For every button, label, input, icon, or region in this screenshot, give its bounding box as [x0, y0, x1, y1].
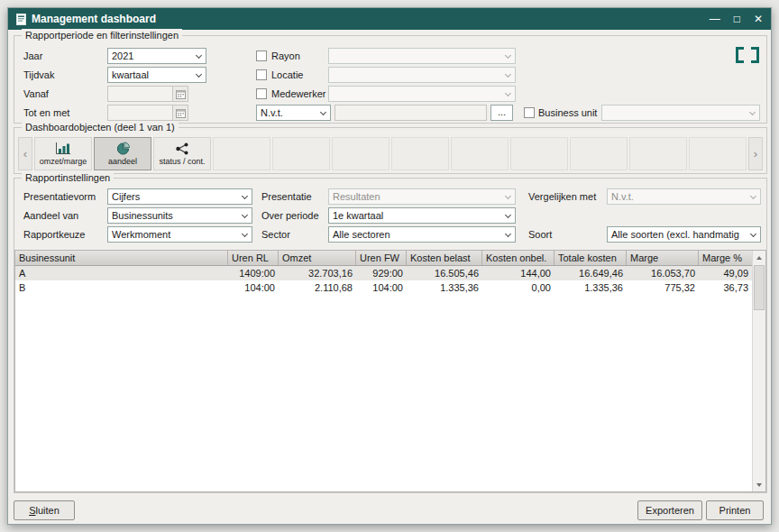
- network-icon: [175, 142, 189, 155]
- scroll-up-button[interactable]: [753, 251, 765, 264]
- table-cell: 144,00: [482, 266, 554, 280]
- column-header-omzet[interactable]: Omzet: [279, 251, 356, 265]
- column-header-kosten-belast[interactable]: Kosten belast: [407, 251, 482, 265]
- chevron-down-icon: [320, 109, 326, 115]
- sector-select[interactable]: Alle sectoren: [328, 226, 516, 243]
- maximize-button[interactable]: □: [734, 14, 740, 24]
- tijdvak-select[interactable]: kwartaal: [107, 67, 206, 83]
- aandeel-van-select[interactable]: Businessunits: [107, 207, 252, 224]
- table-cell: 16.053,70: [627, 266, 699, 280]
- exporteren-button[interactable]: Exporteren: [637, 500, 702, 520]
- rapportkeuze-label: Rapportkeuze: [23, 226, 86, 243]
- dialog-window: Management dashboard — □ ✕ Rapportperiod…: [7, 7, 772, 525]
- presentatievorm-select[interactable]: Cijfers: [107, 188, 252, 205]
- dashboard-slot-empty: [332, 137, 390, 170]
- titlebar: Management dashboard — □ ✕: [8, 8, 771, 30]
- dashboard-slot-empty: [570, 137, 628, 170]
- dashboard-slot-empty: [391, 137, 449, 170]
- vanaf-calendar-button: [172, 86, 188, 102]
- table-cell: 1.335,36: [554, 280, 627, 295]
- table-row[interactable]: A 1409:00 32.703,16 929:00 16.505,46 144…: [15, 266, 752, 280]
- bar-chart-icon: [55, 142, 71, 155]
- vergelijken-met-value: N.v.t.: [611, 191, 634, 202]
- column-header-uren-rl[interactable]: Uren RL: [228, 251, 279, 265]
- results-table: Businessunit Uren RL Omzet Uren FW Koste…: [14, 250, 766, 492]
- rayon-label: Rayon: [271, 48, 300, 64]
- vergelijken-met-label: Vergelijken met: [528, 188, 596, 205]
- table-cell: 929:00: [356, 266, 407, 280]
- locatie-label: Locatie: [271, 67, 303, 83]
- dashboard-tab-label: omzet/marge: [40, 157, 87, 166]
- chevron-down-icon: [750, 193, 756, 199]
- table-cell: 16.649,46: [554, 266, 627, 280]
- presentatie-label: Presentatie: [261, 188, 312, 205]
- tot-en-met-calendar-button: [172, 105, 188, 121]
- table-cell: 0,00: [482, 280, 554, 295]
- soort-label: Soort: [528, 226, 552, 243]
- locatie-checkbox[interactable]: [256, 69, 267, 80]
- dashboard-next-button[interactable]: ›: [748, 137, 763, 170]
- medewerker-checkbox[interactable]: [256, 88, 267, 99]
- nvt-select[interactable]: N.v.t.: [256, 105, 331, 121]
- filter-section: Rapportperiode en filterinstellingen Jaa…: [14, 35, 767, 124]
- dashboard-tab-status-cont[interactable]: status / cont.: [153, 137, 211, 170]
- jaar-select[interactable]: 2021: [107, 48, 206, 64]
- settings-section-legend: Rapportinstellingen: [22, 171, 114, 185]
- column-header-businessunit[interactable]: Businessunit: [15, 251, 228, 265]
- over-periode-value: 1e kwartaal: [333, 210, 383, 221]
- table-cell: 16.505,46: [407, 266, 482, 280]
- chevron-down-icon: [505, 52, 511, 59]
- chevron-down-icon: [242, 193, 248, 199]
- vanaf-input: [107, 86, 173, 102]
- chevron-down-icon: [196, 52, 202, 59]
- column-header-marge-pct[interactable]: Marge %: [699, 251, 752, 265]
- business-unit-checkbox[interactable]: [524, 107, 535, 118]
- soort-value: Alle soorten (excl. handmatig: [611, 229, 739, 240]
- window-controls: — □ ✕: [710, 14, 763, 24]
- dashboard-slot-empty: [213, 137, 270, 170]
- printen-button[interactable]: Printen: [706, 500, 764, 520]
- browse-button[interactable]: ...: [490, 105, 513, 121]
- table-cell: 775,32: [627, 280, 699, 295]
- dashboard-slot-empty: [510, 137, 568, 170]
- jaar-label: Jaar: [23, 48, 42, 64]
- column-header-uren-fw[interactable]: Uren FW: [356, 251, 407, 265]
- scrollbar-thumb[interactable]: [754, 265, 765, 310]
- rayon-checkbox[interactable]: [256, 50, 267, 61]
- fullscreen-button[interactable]: [736, 47, 759, 67]
- close-button[interactable]: ✕: [754, 14, 763, 24]
- chevron-down-icon: [505, 90, 511, 96]
- table-cell: 32.703,16: [279, 266, 356, 280]
- medewerker-select: [328, 86, 516, 102]
- table-cell: 104:00: [356, 280, 407, 295]
- column-header-kosten-onbel[interactable]: Kosten onbel.: [482, 251, 554, 265]
- table-row[interactable]: B 104:00 2.110,68 104:00 1.335,36 0,00 1…: [15, 280, 752, 295]
- sluiten-button[interactable]: Sluiten: [14, 500, 75, 520]
- dashboard-tab-aandeel[interactable]: aandeel: [94, 137, 151, 170]
- scroll-down-button[interactable]: [753, 478, 765, 491]
- minimize-button[interactable]: —: [710, 14, 720, 24]
- table-cell: 2.110,68: [279, 280, 356, 295]
- table-cell: 49,09: [699, 266, 752, 280]
- over-periode-select[interactable]: 1e kwartaal: [328, 207, 516, 224]
- column-header-marge[interactable]: Marge: [627, 251, 699, 265]
- sector-label: Sector: [261, 226, 290, 243]
- chevron-down-icon: [505, 71, 511, 78]
- dashboard-slot-empty: [272, 137, 330, 170]
- table-cell: B: [15, 280, 228, 295]
- column-header-totale-kosten[interactable]: Totale kosten: [554, 251, 627, 265]
- tot-en-met-input: [107, 105, 173, 121]
- report-settings-section: Rapportinstellingen Presentatievorm Cijf…: [14, 178, 767, 493]
- printen-button-label: Printen: [707, 501, 763, 519]
- chevron-down-icon: [750, 231, 756, 237]
- rapportkeuze-select[interactable]: Werkmoment: [107, 226, 252, 243]
- vertical-scrollbar[interactable]: [752, 251, 765, 491]
- vergelijken-met-select: N.v.t.: [607, 188, 761, 205]
- nvt-value: N.v.t.: [261, 107, 283, 118]
- dashboard-prev-button[interactable]: ‹: [18, 137, 32, 170]
- chevron-down-icon: [196, 71, 202, 78]
- chevron-down-icon: [242, 231, 248, 237]
- dashboard-tab-omzet-marge[interactable]: omzet/marge: [34, 137, 92, 170]
- aandeel-van-value: Businessunits: [112, 210, 173, 221]
- soort-select[interactable]: Alle soorten (excl. handmatig: [607, 226, 761, 243]
